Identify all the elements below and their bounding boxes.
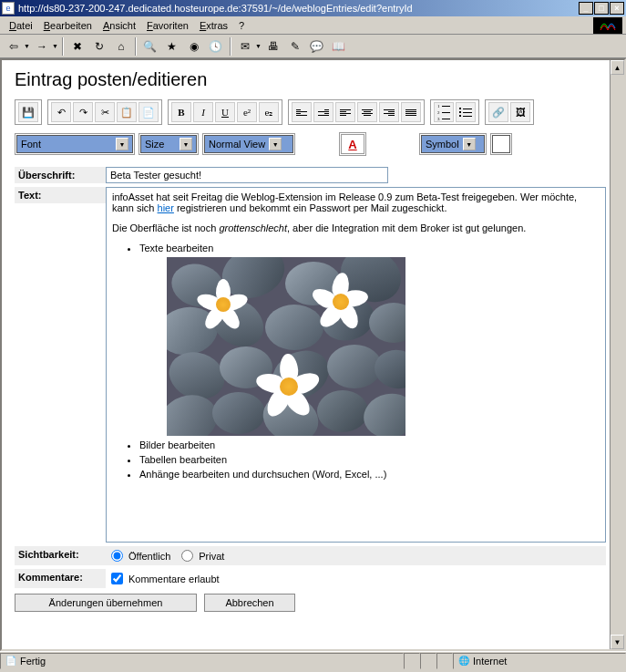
font-dropdown[interactable]: Font▼ <box>16 135 133 153</box>
home-button[interactable]: ⌂ <box>111 36 131 57</box>
undo-icon[interactable]: ↶ <box>51 102 71 122</box>
body-paragraph-1: infoAsset hat seit Freitag die Weblog-Ex… <box>112 191 600 213</box>
embedded-image <box>167 257 405 436</box>
list-item: Anhänge bearbeiten und durchsuchen (Word… <box>139 469 600 480</box>
hier-link[interactable]: hier <box>158 202 174 213</box>
symbol-extra-dropdown[interactable] <box>492 135 510 153</box>
text-color-button[interactable]: A <box>341 134 364 154</box>
cut-icon[interactable]: ✂ <box>95 102 115 122</box>
list-item: Tabellen bearbeiten <box>139 454 600 465</box>
ie-favicon: e <box>2 2 15 15</box>
done-icon: 📄 <box>5 655 17 667</box>
refresh-button[interactable]: ↻ <box>89 36 109 57</box>
vertical-scrollbar[interactable]: ▲ ▼ <box>610 60 624 649</box>
editor-toolbar: 💾 ↶ ↷ ✂ 📋 📄 B I U e² e₂ <box>15 99 606 125</box>
discuss-button[interactable]: 💬 <box>307 36 327 57</box>
align-justify-button[interactable] <box>401 102 421 122</box>
window-title: http://ds80-237-200-247.dedicated.hosteu… <box>18 3 579 14</box>
view-dropdown[interactable]: Normal View▼ <box>204 135 293 153</box>
subscript-button[interactable]: e₂ <box>259 102 279 122</box>
scroll-down-arrow[interactable]: ▼ <box>611 635 624 649</box>
cancel-button[interactable]: Abbrechen <box>204 594 295 612</box>
text-label: Text: <box>15 187 106 203</box>
copy-icon[interactable]: 📋 <box>117 102 137 122</box>
ordered-list-button[interactable]: 123 <box>434 102 454 122</box>
comments-allowed-label: Kommentare erlaubt <box>128 574 220 584</box>
list-item: Bilder bearbeiten <box>139 439 600 450</box>
paste-icon[interactable]: 📄 <box>139 102 159 122</box>
mail-button[interactable]: ✉ <box>235 36 255 57</box>
scroll-up-arrow[interactable]: ▲ <box>611 60 624 75</box>
page-content: Eintrag posten/editieren 💾 ↶ ↷ ✂ 📋 📄 B I… <box>0 58 626 651</box>
list-item: Texte bearbeiten <box>139 243 600 436</box>
outdent-button[interactable] <box>292 102 312 122</box>
menubar: Datei Bearbeiten Ansicht Favoriten Extra… <box>0 16 626 35</box>
stop-button[interactable]: ✖ <box>67 36 87 57</box>
size-dropdown[interactable]: Size▼ <box>140 135 197 153</box>
ie-logo <box>593 17 622 34</box>
forward-button[interactable]: → <box>32 36 52 57</box>
link-icon[interactable]: 🔗 <box>488 102 508 122</box>
bold-button[interactable]: B <box>171 102 191 122</box>
superscript-button[interactable]: e² <box>237 102 257 122</box>
comments-label: Kommentare: <box>15 569 106 588</box>
status-text: Fertig <box>20 656 46 667</box>
menu-help[interactable]: ? <box>233 18 250 33</box>
visibility-public-radio[interactable] <box>111 550 123 562</box>
align-left-button[interactable] <box>335 102 355 122</box>
richtext-editor[interactable]: infoAsset hat seit Freitag die Weblog-Ex… <box>106 187 606 543</box>
italic-button[interactable]: I <box>193 102 213 122</box>
menu-extras[interactable]: Extras <box>194 18 233 33</box>
media-button[interactable]: ◉ <box>184 36 204 57</box>
search-button[interactable]: 🔍 <box>140 36 160 57</box>
align-right-button[interactable] <box>379 102 399 122</box>
save-button[interactable]: Änderungen übernehmen <box>15 594 197 612</box>
heading-input[interactable] <box>106 167 388 183</box>
visibility-private-radio[interactable] <box>181 550 193 562</box>
menu-bearbeiten[interactable]: Bearbeiten <box>38 18 97 33</box>
favorites-button[interactable]: ★ <box>162 36 182 57</box>
symbol-dropdown[interactable]: Symbol▼ <box>421 135 485 153</box>
visibility-private-label: Privat <box>199 551 224 562</box>
indent-button[interactable] <box>313 102 334 122</box>
page-title: Eintrag posten/editieren <box>15 69 606 90</box>
visibility-label: Sichtbarkeit: <box>15 546 106 565</box>
back-button[interactable]: ⇦ <box>4 36 24 57</box>
zone-icon: 🌐 <box>457 655 470 667</box>
comments-allowed-checkbox[interactable] <box>111 573 123 584</box>
research-button[interactable]: 📖 <box>329 36 349 57</box>
statusbar: 📄 Fertig 🌐 Internet <box>0 651 626 669</box>
print-button[interactable]: 🖶 <box>263 36 283 57</box>
body-paragraph-2: Die Oberfläche ist noch grottenschlecht,… <box>112 222 600 233</box>
maximize-button[interactable]: □ <box>594 2 609 15</box>
browser-toolbar: ⇦▼ →▼ ✖ ↻ ⌂ 🔍 ★ ◉ 🕓 ✉▼ 🖶 ✎ 💬 📖 <box>0 35 626 58</box>
close-button[interactable]: × <box>610 2 624 15</box>
redo-icon[interactable]: ↷ <box>73 102 93 122</box>
visibility-public-label: Öffentlich <box>128 551 170 562</box>
editor-dropdowns: Font▼ Size▼ Normal View▼ A Symbol▼ <box>15 132 606 156</box>
menu-ansicht[interactable]: Ansicht <box>97 18 141 33</box>
heading-label: Überschrift: <box>15 167 106 183</box>
unordered-list-button[interactable] <box>456 102 476 122</box>
menu-favoriten[interactable]: Favoriten <box>141 18 194 33</box>
align-center-button[interactable] <box>357 102 377 122</box>
menu-datei[interactable]: Datei <box>4 18 38 33</box>
history-button[interactable]: 🕓 <box>206 36 226 57</box>
window-titlebar: e http://ds80-237-200-247.dedicated.host… <box>0 0 626 16</box>
minimize-button[interactable]: _ <box>579 2 593 15</box>
underline-button[interactable]: U <box>215 102 235 122</box>
zone-text: Internet <box>473 656 507 667</box>
save-icon[interactable]: 💾 <box>18 102 38 122</box>
image-icon[interactable]: 🖼 <box>510 102 530 122</box>
edit-button[interactable]: ✎ <box>285 36 305 57</box>
